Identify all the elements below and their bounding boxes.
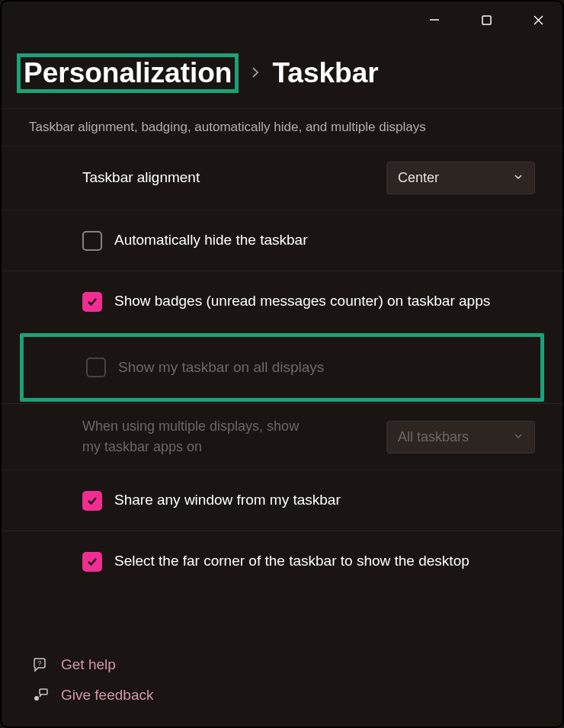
feedback-icon: [32, 687, 49, 704]
all-displays-checkbox: [86, 358, 106, 377]
far-corner-label: Select the far corner of the taskbar to …: [114, 551, 535, 572]
all-displays-row: Show my taskbar on all displays: [24, 337, 540, 398]
share-window-checkbox[interactable]: [82, 491, 102, 511]
svg-rect-1: [482, 16, 491, 24]
share-window-label: Share any window from my taskbar: [114, 490, 535, 511]
far-corner-checkbox[interactable]: [82, 552, 102, 572]
check-icon: [86, 296, 98, 308]
far-corner-row: Select the far corner of the taskbar to …: [2, 531, 562, 592]
help-icon: ?: [32, 656, 49, 673]
taskbar-alignment-row: Taskbar alignment Center: [2, 146, 562, 210]
auto-hide-checkbox[interactable]: [82, 231, 102, 251]
share-window-row: Share any window from my taskbar: [2, 470, 562, 531]
chevron-right-icon: [248, 61, 263, 85]
all-displays-label: Show my taskbar on all displays: [118, 358, 531, 378]
maximize-button[interactable]: [471, 8, 502, 32]
auto-hide-label: Automatically hide the taskbar: [114, 230, 535, 251]
get-help-link[interactable]: ? Get help: [32, 656, 153, 673]
page-title: Taskbar: [272, 57, 378, 89]
close-button[interactable]: [523, 8, 553, 32]
taskbar-alignment-dropdown[interactable]: Center: [386, 162, 535, 194]
check-icon: [86, 556, 98, 568]
chevron-down-icon: [504, 429, 524, 445]
show-badges-row: Show badges (unread messages counter) on…: [2, 271, 562, 332]
taskbar-alignment-label: Taskbar alignment: [82, 168, 374, 188]
section-description: Taskbar alignment, badging, automaticall…: [2, 108, 562, 146]
give-feedback-label: Give feedback: [61, 687, 153, 704]
minimize-button[interactable]: [419, 8, 450, 32]
show-badges-checkbox[interactable]: [82, 292, 102, 312]
check-icon: [86, 495, 98, 507]
svg-point-5: [34, 696, 39, 701]
chevron-down-icon: [504, 170, 524, 186]
svg-text:?: ?: [37, 659, 41, 667]
get-help-label: Get help: [61, 656, 116, 673]
give-feedback-link[interactable]: Give feedback: [32, 687, 153, 704]
multi-display-dropdown: All taskbars: [386, 421, 535, 454]
multi-display-label: When using multiple displays, show my ta…: [82, 416, 311, 457]
show-badges-label: Show badges (unread messages counter) on…: [114, 291, 535, 312]
highlighted-setting: Show my taskbar on all displays: [20, 333, 544, 402]
auto-hide-row: Automatically hide the taskbar: [2, 210, 562, 271]
multi-display-row: When using multiple displays, show my ta…: [2, 403, 562, 470]
dropdown-value: Center: [398, 170, 439, 186]
breadcrumb-parent[interactable]: Personalization: [17, 53, 239, 93]
svg-rect-6: [40, 689, 47, 694]
dropdown-value: All taskbars: [398, 429, 469, 445]
